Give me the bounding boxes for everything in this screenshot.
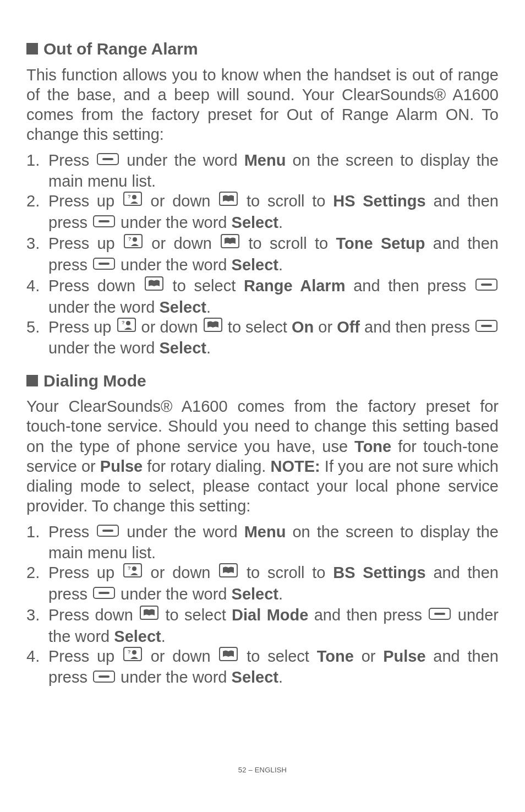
softkey-icon — [93, 212, 115, 232]
svg-text:?: ? — [128, 565, 131, 571]
step-body: Press up ? or down to scroll to BS Setti… — [48, 563, 499, 605]
softkey-icon — [93, 254, 115, 274]
up-person-icon: ? — [123, 190, 142, 210]
up-person-icon: ? — [124, 233, 143, 253]
step-body: Press under the word Menu on the screen … — [48, 522, 499, 563]
down-book-icon — [140, 604, 158, 624]
softkey-icon — [97, 150, 119, 170]
up-person-icon: ? — [123, 562, 142, 582]
step-body: Press up ? or down to select On or Off a… — [48, 317, 499, 358]
svg-rect-30 — [99, 592, 110, 594]
section-title: Out of Range Alarm — [43, 39, 198, 59]
section2-steps: 1.Press under the word Menu on the scree… — [26, 522, 499, 689]
bullet-square-icon — [26, 43, 38, 55]
softkey-icon — [429, 604, 451, 624]
step-item: 3.Press up ? or down to scroll to Tone S… — [26, 233, 499, 276]
bullet-square-icon — [26, 375, 38, 386]
step-number: 4. — [26, 276, 48, 317]
svg-text:?: ? — [128, 649, 131, 655]
step-number: 1. — [26, 522, 48, 563]
down-book-icon — [145, 275, 163, 295]
svg-rect-24 — [102, 530, 113, 532]
down-book-icon — [219, 646, 238, 666]
step-body: Press up ? or down to select Tone or Pul… — [48, 646, 499, 689]
step-number: 3. — [26, 605, 48, 646]
svg-point-9 — [133, 237, 137, 242]
softkey-icon — [93, 667, 115, 687]
step-body: Press under the word Menu on the screen … — [48, 150, 499, 192]
page-footer: 52 – ENGLISH — [26, 766, 499, 775]
section2-intro: Your ClearSounds® A1600 comes from the f… — [26, 396, 499, 516]
step-body: Press down to select Dial Mode and then … — [48, 605, 499, 646]
softkey-icon — [93, 584, 115, 603]
step-item: 4.Press down to select Range Alarm and t… — [26, 276, 499, 317]
svg-point-26 — [132, 566, 136, 571]
step-item: 5.Press up ? or down to select On or Off… — [26, 317, 499, 358]
svg-point-35 — [132, 650, 136, 655]
step-body: Press up ? or down to scroll to HS Setti… — [48, 191, 499, 233]
softkey-icon — [97, 521, 119, 541]
step-body: Press up ? or down to scroll to Tone Set… — [48, 233, 499, 276]
step-item: 1.Press under the word Menu on the scree… — [26, 522, 499, 563]
svg-rect-16 — [481, 284, 492, 286]
softkey-icon — [475, 275, 497, 295]
step-number: 3. — [26, 233, 48, 276]
down-book-icon — [221, 233, 239, 253]
step-number: 2. — [26, 563, 48, 605]
step-item: 4.Press up ? or down to select Tone or P… — [26, 646, 499, 689]
svg-text:?: ? — [128, 194, 131, 199]
svg-rect-22 — [481, 325, 492, 327]
section-heading-dialing-mode: Dialing Mode — [26, 370, 499, 391]
step-number: 1. — [26, 150, 48, 192]
step-number: 5. — [26, 317, 48, 358]
up-person-icon: ? — [123, 646, 142, 666]
svg-rect-33 — [434, 613, 445, 615]
svg-rect-1 — [102, 158, 113, 160]
section-heading-out-of-range: Out of Range Alarm — [26, 39, 499, 59]
down-book-icon — [219, 562, 238, 582]
svg-point-18 — [126, 321, 130, 325]
down-book-icon — [204, 317, 222, 336]
section1-steps: 1.Press under the word Menu on the scree… — [26, 150, 499, 358]
svg-text:?: ? — [128, 236, 132, 242]
step-item: 1.Press under the word Menu on the scree… — [26, 150, 499, 192]
svg-point-3 — [132, 195, 136, 199]
svg-rect-13 — [99, 263, 110, 265]
svg-rect-39 — [99, 675, 110, 678]
up-person-icon: ? — [117, 317, 136, 336]
section1-intro: This function allows you to know when th… — [26, 65, 499, 145]
step-item: 3.Press down to select Dial Mode and the… — [26, 605, 499, 646]
section-title: Dialing Mode — [43, 370, 146, 391]
step-item: 2.Press up ? or down to scroll to BS Set… — [26, 563, 499, 605]
svg-text:?: ? — [122, 320, 125, 325]
step-number: 4. — [26, 646, 48, 689]
down-book-icon — [219, 190, 238, 210]
step-item: 2.Press up ? or down to scroll to HS Set… — [26, 191, 499, 233]
svg-rect-7 — [99, 220, 110, 222]
step-number: 2. — [26, 191, 48, 233]
step-body: Press down to select Range Alarm and the… — [48, 276, 499, 317]
softkey-icon — [475, 317, 497, 336]
